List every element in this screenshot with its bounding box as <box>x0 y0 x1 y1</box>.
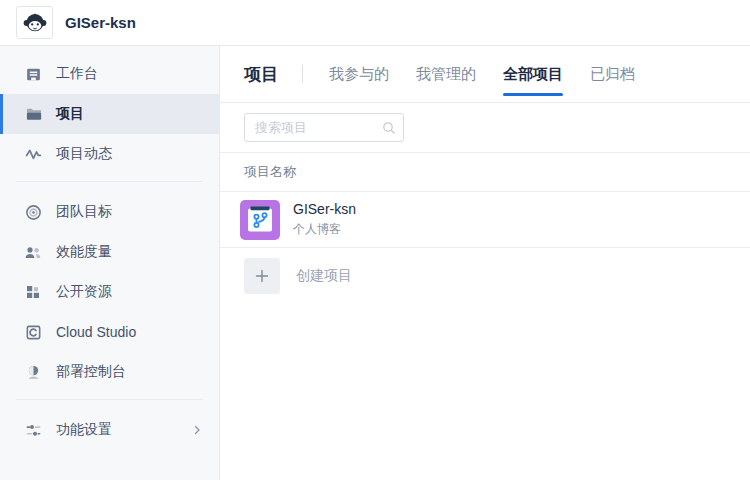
layout: 工作台项目项目动态团队目标效能度量公开资源Cloud Studio部署控制台功能… <box>0 46 750 480</box>
tab-all-projects[interactable]: 全部项目 <box>503 65 563 84</box>
table-header: 项目名称 <box>220 153 750 192</box>
deploy-icon <box>24 363 42 381</box>
sidebar-item-label: 工作台 <box>56 65 203 83</box>
project-info: GISer-ksn个人博客 <box>293 201 356 239</box>
sidebar-item-team-goals[interactable]: 团队目标 <box>0 192 219 232</box>
cloud-studio-icon <box>24 323 42 341</box>
plus-icon[interactable] <box>244 258 280 294</box>
sidebar-divider <box>16 181 203 182</box>
sidebar-item-label: 公开资源 <box>56 283 203 301</box>
sidebar-item-deploy-console[interactable]: 部署控制台 <box>0 352 219 392</box>
project-list: GISer-ksn个人博客 <box>220 192 750 248</box>
users-icon <box>24 243 42 261</box>
sidebar-item-label: 效能度量 <box>56 243 203 261</box>
sidebar-item-label: 项目 <box>56 105 203 123</box>
monkey-logo-icon <box>22 11 48 35</box>
search-box <box>244 113 404 142</box>
search-row <box>220 103 750 153</box>
main-content: 项目 我参与的我管理的全部项目已归档 项目名称 GISer-ksn个人博客 <box>220 46 750 480</box>
sidebar-item-performance[interactable]: 效能度量 <box>0 232 219 272</box>
tab-my-participated[interactable]: 我参与的 <box>329 65 389 84</box>
sidebar-item-project-activity[interactable]: 项目动态 <box>0 134 219 174</box>
sidebar-item-projects[interactable]: 项目 <box>0 94 219 134</box>
workbench-icon <box>24 65 42 83</box>
sidebar-item-label: 功能设置 <box>56 421 191 439</box>
sidebar-item-workbench[interactable]: 工作台 <box>0 54 219 94</box>
chevron-right-icon <box>191 424 203 436</box>
sidebar-item-feature-settings[interactable]: 功能设置 <box>0 410 219 450</box>
tab-archived[interactable]: 已归档 <box>590 65 635 84</box>
sliders-icon <box>24 421 42 439</box>
sidebar-divider <box>16 399 203 400</box>
project-description: 个人博客 <box>293 221 356 238</box>
sidebar-nav: 工作台项目项目动态团队目标效能度量公开资源Cloud Studio部署控制台功能… <box>0 46 220 480</box>
tab-my-managed[interactable]: 我管理的 <box>416 65 476 84</box>
team-logo[interactable] <box>16 6 53 39</box>
main-header: 项目 我参与的我管理的全部项目已归档 <box>220 46 750 103</box>
sidebar-item-label: 团队目标 <box>56 203 203 221</box>
activity-icon <box>24 145 42 163</box>
create-project-button[interactable]: 创建项目 <box>220 248 750 304</box>
page-title: 项目 <box>244 63 278 86</box>
team-name[interactable]: GISer-ksn <box>65 14 136 31</box>
header-divider <box>302 65 303 83</box>
target-icon <box>24 203 42 221</box>
project-row[interactable]: GISer-ksn个人博客 <box>220 192 750 248</box>
sidebar-item-label: 项目动态 <box>56 145 203 163</box>
sidebar-item-cloud-studio[interactable]: Cloud Studio <box>0 312 219 352</box>
project-name: GISer-ksn <box>293 201 356 219</box>
sidebar-item-public-resources[interactable]: 公开资源 <box>0 272 219 312</box>
search-input[interactable] <box>244 113 404 142</box>
folder-icon <box>24 105 42 123</box>
column-header-project-name: 项目名称 <box>244 163 296 181</box>
tab-bar: 我参与的我管理的全部项目已归档 <box>329 65 635 84</box>
grid-icon <box>24 283 42 301</box>
project-avatar <box>240 200 280 240</box>
topbar: GISer-ksn <box>0 0 750 46</box>
create-project-label[interactable]: 创建项目 <box>296 267 352 285</box>
sidebar-item-label: Cloud Studio <box>56 324 203 340</box>
sidebar-item-label: 部署控制台 <box>56 363 203 381</box>
